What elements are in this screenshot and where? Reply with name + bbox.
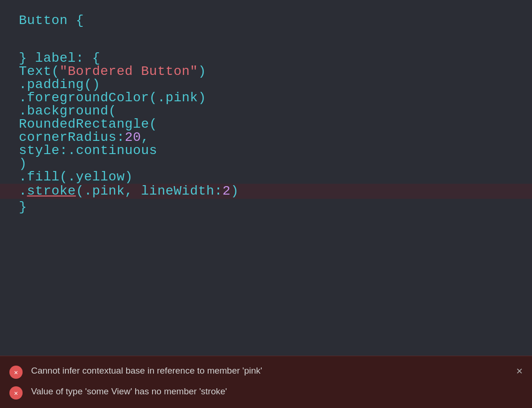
code-line-10: ) xyxy=(19,157,513,171)
text-call-post: ) xyxy=(198,65,206,78)
code-line-7: RoundedRectangle( xyxy=(19,118,513,131)
code-line-5: .foregroundColor(.pink) xyxy=(19,91,513,105)
keyword-button: Button { xyxy=(19,14,84,27)
closing-paren: ) xyxy=(19,157,27,171)
stroke-method: stroke xyxy=(27,185,76,198)
error-icon-1 xyxy=(9,366,23,379)
text-call-pre: Text( xyxy=(19,65,60,78)
close-button[interactable]: ✕ xyxy=(516,365,523,377)
error-row-1: Cannot infer contextual base in referenc… xyxy=(9,365,523,379)
fill-modifier: .fill(.yellow) xyxy=(19,171,133,184)
string-literal: "Bordered Button" xyxy=(60,65,198,78)
error-message-2: Value of type 'some View' has no member … xyxy=(31,385,523,398)
code-line-9: style: .continuous xyxy=(19,144,513,157)
rounded-rect-call: RoundedRectangle( xyxy=(19,118,157,131)
stroke-end: ) xyxy=(231,185,239,198)
error-row-2: Value of type 'some View' has no member … xyxy=(9,385,523,400)
code-line-4: .padding() xyxy=(19,78,513,91)
code-line-3: Text("Bordered Button") xyxy=(19,65,513,78)
code-closing-area: } xyxy=(19,199,513,214)
corner-radius-comma: , xyxy=(141,131,149,144)
style-value: .continuous xyxy=(68,144,157,157)
code-line-11: .fill(.yellow) xyxy=(19,171,513,184)
corner-radius-label: cornerRadius: xyxy=(19,131,125,144)
corner-radius-value: 20 xyxy=(125,131,141,144)
code-line-8: cornerRadius: 20, xyxy=(19,131,513,144)
background-modifier: .background( xyxy=(19,105,117,118)
error-message-1: Cannot infer contextual base in referenc… xyxy=(31,365,512,377)
closing-brace: } xyxy=(19,201,27,214)
style-label: style: xyxy=(19,144,68,157)
code-content: Button { } label: { Text("Bordered Butto… xyxy=(19,14,513,214)
code-line-6: .background( xyxy=(19,105,513,118)
label-declaration: } label: { xyxy=(19,52,100,65)
stroke-pre: . xyxy=(19,185,27,198)
code-line-1: Button { xyxy=(19,14,513,27)
line-width-value: 2 xyxy=(223,185,231,198)
foreground-modifier: .foregroundColor(.pink) xyxy=(19,91,206,105)
code-editor: Button { } label: { Text("Bordered Butto… xyxy=(0,0,532,408)
error-icon-2 xyxy=(9,386,23,400)
error-panel: Cannot infer contextual base in referenc… xyxy=(0,356,532,408)
code-line-2: } label: { xyxy=(19,52,513,65)
padding-modifier: .padding() xyxy=(19,78,100,91)
code-line-12: .stroke(.pink, lineWidth: 2) xyxy=(0,184,532,199)
stroke-args: (.pink, lineWidth: xyxy=(76,185,222,198)
